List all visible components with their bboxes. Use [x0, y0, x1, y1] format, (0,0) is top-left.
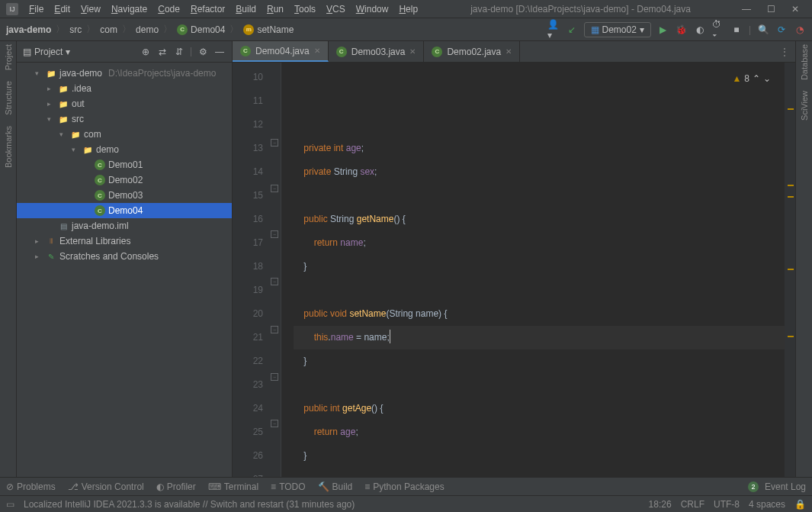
locate-icon[interactable]: ⊕ — [140, 46, 152, 58]
menu-navigate[interactable]: Navigate — [107, 2, 152, 16]
notification-icon[interactable]: ▭ — [6, 499, 14, 510]
hide-icon[interactable]: — — [213, 46, 226, 58]
line-number[interactable]: 14 — [236, 160, 263, 184]
gear-icon[interactable]: ⚙ — [197, 46, 209, 58]
editor-tab-demo02-java[interactable]: CDemo02.java✕ — [424, 41, 520, 62]
ide-settings-button[interactable]: ◔ — [794, 24, 806, 36]
tree-node-out[interactable]: ▸📁out — [17, 96, 232, 111]
code-line[interactable] — [294, 373, 785, 397]
line-number[interactable]: 21 — [236, 326, 263, 349]
editor-tab-demo03-java[interactable]: CDemo03.java✕ — [329, 41, 425, 62]
code-content[interactable]: ▲ 8 ⌃ ⌄ private int age; private String … — [281, 63, 785, 477]
code-line[interactable]: } — [294, 349, 785, 373]
tree-arrow-icon[interactable]: ▾ — [59, 130, 67, 138]
tree-arrow-icon[interactable]: ▸ — [35, 253, 43, 260]
line-number[interactable]: 23 — [236, 373, 263, 397]
maximize-button[interactable]: ☐ — [763, 4, 778, 14]
chevron-down-icon[interactable]: ⌄ — [763, 67, 771, 91]
tool-problems[interactable]: ⊘Problems — [6, 481, 56, 492]
line-number-gutter[interactable]: 101112131415161718192021222324252627 — [233, 63, 269, 477]
tool-python-packages[interactable]: ≡Python Packages — [364, 481, 444, 492]
tree-node-java-demo-iml[interactable]: ▤java-demo.iml — [17, 218, 232, 233]
close-icon[interactable]: ✕ — [505, 47, 512, 56]
menu-refactor[interactable]: Refactor — [186, 2, 229, 16]
line-number[interactable]: 19 — [236, 279, 263, 302]
menu-build[interactable]: Build — [231, 2, 261, 16]
code-line[interactable]: private String sex; — [294, 160, 785, 184]
tree-arrow-icon[interactable]: ▾ — [35, 69, 43, 77]
right-tool-sciview[interactable]: SciView — [800, 91, 809, 121]
line-number[interactable]: 25 — [236, 420, 263, 444]
menu-view[interactable]: View — [76, 2, 105, 16]
left-tool-bookmarks[interactable]: Bookmarks — [4, 126, 13, 168]
code-line[interactable]: public String getName() { — [294, 208, 785, 231]
line-number[interactable]: 27 — [236, 468, 263, 477]
code-line[interactable]: private int age; — [294, 137, 785, 160]
tree-node-demo[interactable]: ▾📁demo — [17, 142, 232, 157]
status-message[interactable]: Localized IntelliJ IDEA 2021.3.3 is avai… — [24, 499, 355, 510]
tree-node-src[interactable]: ▾📁src — [17, 111, 232, 127]
menu-window[interactable]: Window — [351, 2, 393, 16]
coverage-button[interactable]: ◐ — [694, 24, 706, 36]
line-number[interactable]: 11 — [236, 89, 263, 113]
left-tool-structure[interactable]: Structure — [4, 81, 13, 115]
tool-terminal[interactable]: ⌨Terminal — [208, 481, 258, 492]
tree-node-demo03[interactable]: CDemo03 — [17, 188, 232, 203]
line-number[interactable]: 24 — [236, 397, 263, 420]
tree-node-java-demo[interactable]: ▾📁java-demoD:\IdeaProjects\java-demo — [17, 66, 232, 81]
line-number[interactable]: 22 — [236, 349, 263, 373]
right-tool-database[interactable]: Database — [800, 44, 809, 80]
menu-code[interactable]: Code — [153, 2, 185, 16]
tree-node-external-libraries[interactable]: ▸⫴External Libraries — [17, 233, 232, 249]
project-view-select[interactable]: ▤ Project ▾ — [23, 47, 135, 57]
menu-run[interactable]: Run — [262, 2, 288, 16]
breadcrumb-class[interactable]: CDemo04 — [177, 24, 225, 35]
tool-build[interactable]: 🔨Build — [318, 481, 353, 492]
line-number[interactable]: 16 — [236, 208, 263, 231]
tree-node-demo01[interactable]: CDemo01 — [17, 157, 232, 172]
breadcrumb-item[interactable]: com — [100, 24, 117, 35]
code-line[interactable]: this.name = name; — [294, 326, 785, 349]
fold-toggle-icon[interactable]: − — [271, 373, 278, 381]
chevron-up-icon[interactable]: ⌃ — [753, 67, 760, 91]
expand-all-icon[interactable]: ⇄ — [156, 46, 168, 58]
tool-todo[interactable]: ≡TODO — [271, 481, 305, 492]
indent-config[interactable]: 4 spaces — [749, 499, 785, 510]
tree-arrow-icon[interactable]: ▸ — [35, 237, 43, 245]
project-tree[interactable]: ▾📁java-demoD:\IdeaProjects\java-demo▸📁.i… — [17, 63, 232, 477]
stop-button[interactable]: ■ — [730, 24, 743, 36]
tree-arrow-icon[interactable]: ▾ — [47, 115, 55, 123]
breadcrumb-method[interactable]: msetName — [243, 24, 294, 35]
tree-node-demo04[interactable]: CDemo04 — [17, 203, 232, 218]
caret-position[interactable]: 18:26 — [649, 499, 672, 510]
breadcrumb-item[interactable]: demo — [136, 24, 159, 35]
line-number[interactable]: 17 — [236, 231, 263, 255]
code-line[interactable]: return age; — [294, 420, 785, 444]
code-line[interactable] — [294, 468, 785, 477]
debug-button[interactable]: 🐞 — [676, 24, 688, 36]
menu-edit[interactable]: Edit — [50, 2, 75, 16]
add-user-icon[interactable]: 👤▾ — [547, 24, 560, 36]
back-arrow-icon[interactable]: ↙ — [566, 24, 578, 36]
tab-menu-icon[interactable]: ⋮ — [774, 41, 795, 62]
search-button[interactable]: 🔍 — [757, 24, 769, 36]
line-number[interactable]: 12 — [236, 113, 263, 137]
code-line[interactable]: } — [294, 444, 785, 468]
close-icon[interactable]: ✕ — [314, 47, 320, 55]
menu-tools[interactable]: Tools — [290, 2, 320, 16]
error-stripe[interactable] — [785, 63, 795, 477]
fold-toggle-icon[interactable]: − — [271, 230, 278, 238]
tree-arrow-icon[interactable]: ▸ — [47, 100, 55, 108]
readonly-icon[interactable]: 🔒 — [794, 499, 806, 510]
tree-node-demo02[interactable]: CDemo02 — [17, 172, 232, 188]
code-line[interactable]: public int getAge() { — [294, 397, 785, 420]
code-line[interactable]: } — [294, 255, 785, 279]
close-icon[interactable]: ✕ — [409, 47, 416, 56]
breadcrumb-item[interactable]: src — [69, 24, 82, 35]
tree-arrow-icon[interactable]: ▾ — [72, 146, 79, 153]
fold-gutter[interactable]: −−−−−−− — [269, 63, 281, 477]
breadcrumb-project[interactable]: java-demo — [6, 24, 51, 35]
tool-version-control[interactable]: ⎇Version Control — [68, 481, 144, 492]
fold-toggle-icon[interactable]: − — [271, 185, 278, 192]
tree-arrow-icon[interactable]: ▸ — [47, 85, 55, 92]
